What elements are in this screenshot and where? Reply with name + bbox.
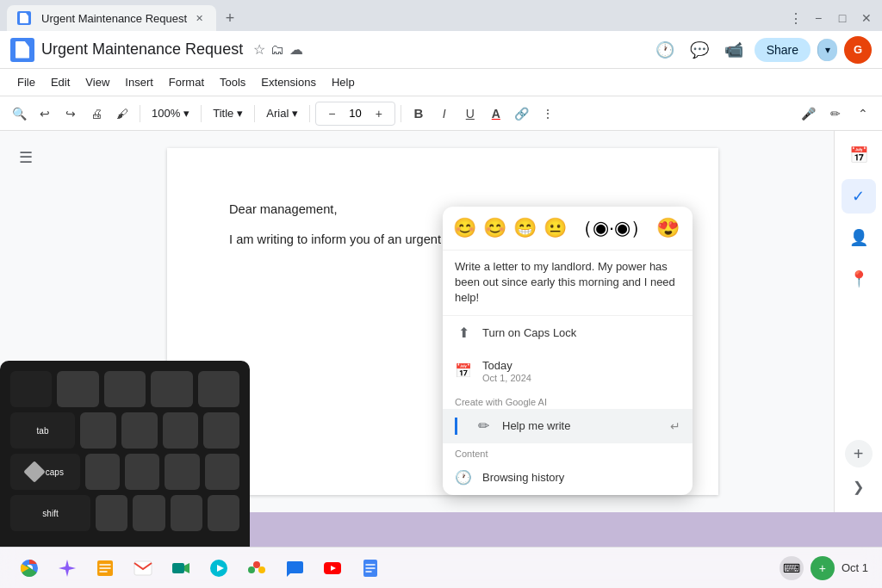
sidebar-maps-icon[interactable]: 📍 <box>842 262 876 296</box>
share-dropdown-button[interactable]: ▾ <box>817 39 837 61</box>
kb-key-blank1[interactable] <box>10 371 52 407</box>
taskbar-photos[interactable] <box>241 553 272 584</box>
menu-bar: File Edit View Insert Format Tools Exten… <box>0 69 882 96</box>
help-me-write-item[interactable]: ✏ Help me write ↵ <box>443 409 693 443</box>
font-size-increase[interactable]: + <box>367 102 391 126</box>
folder-icon[interactable]: 🗂 <box>270 42 284 58</box>
sidebar-calendar-icon[interactable]: 📅 <box>842 138 876 172</box>
new-tab-button[interactable]: + <box>220 8 240 28</box>
font-size-decrease[interactable]: − <box>320 102 344 126</box>
print-button[interactable]: 🖨 <box>84 102 109 126</box>
today-date-item[interactable]: 📅 Today Oct 1, 2024 <box>443 350 693 392</box>
more-button[interactable]: ⋮ <box>536 102 560 126</box>
comment-button[interactable]: 💬 <box>686 36 713 64</box>
history-button[interactable]: 🕐 <box>651 36 679 64</box>
sidebar-add-button[interactable]: + <box>845 440 873 467</box>
caps-lock-key[interactable]: caps <box>10 454 80 490</box>
cloud-icon[interactable]: ☁ <box>289 41 303 58</box>
taskbar-youtube[interactable] <box>317 553 348 584</box>
menu-tools[interactable]: Tools <box>213 72 252 92</box>
underline-button[interactable]: U <box>458 102 482 126</box>
kb-key-blank2[interactable] <box>57 371 98 407</box>
undo-button[interactable]: ↩ <box>33 102 57 126</box>
zoom-dropdown[interactable]: 100% ▾ <box>146 102 196 126</box>
user-avatar[interactable]: G <box>844 36 872 64</box>
menu-view[interactable]: View <box>78 72 116 92</box>
sidebar-contacts-icon[interactable]: 👤 <box>842 220 876 255</box>
browsing-history-item[interactable]: 🕐 Browsing history <box>443 461 693 495</box>
kb-key-f[interactable] <box>205 454 239 490</box>
kb-key-w[interactable] <box>121 412 158 449</box>
font-size-value[interactable]: 10 <box>345 107 364 120</box>
sidebar-expand-button[interactable]: ❯ <box>847 474 871 498</box>
style-dropdown[interactable]: Title ▾ <box>207 102 249 126</box>
caps-lock-item[interactable]: ⬆ Turn on Caps Lock <box>443 316 693 350</box>
kb-key-blank3[interactable] <box>104 371 146 407</box>
text-color-button[interactable]: A <box>484 102 508 126</box>
kb-key-c[interactable] <box>171 495 202 531</box>
voice-button[interactable]: 🎤 <box>796 102 820 126</box>
taskbar-messages[interactable] <box>279 553 310 584</box>
zoom-value: 100% <box>152 107 180 120</box>
search-toolbar-button[interactable]: 🔍 <box>7 102 31 126</box>
taskbar-play[interactable] <box>203 553 234 584</box>
kb-key-v[interactable] <box>208 495 239 531</box>
outline-button[interactable]: ☰ <box>19 148 33 167</box>
menu-file[interactable]: File <box>10 72 42 92</box>
menu-help[interactable]: Help <box>325 72 362 92</box>
tab-close-button[interactable]: ✕ <box>192 11 206 25</box>
kb-key-e[interactable] <box>163 412 199 449</box>
paint-format-button[interactable]: 🖌 <box>110 102 134 126</box>
emoji-2[interactable]: 😊 <box>483 217 506 239</box>
menu-extensions[interactable]: Extensions <box>254 72 323 92</box>
taskbar-files[interactable] <box>90 553 121 584</box>
kb-key-d[interactable] <box>165 454 199 490</box>
italic-button[interactable]: I <box>432 102 457 126</box>
bold-button[interactable]: B <box>407 102 431 126</box>
taskbar-chrome[interactable] <box>14 553 45 584</box>
active-tab[interactable]: Urgent Maintenance Request ✕ <box>7 5 216 31</box>
kb-key-x[interactable] <box>133 495 165 531</box>
caps-key-label: caps <box>46 467 64 477</box>
smart-compose-button[interactable]: ✏ <box>823 102 848 126</box>
emoji-1[interactable]: 😊 <box>453 217 476 239</box>
shift-key[interactable]: shift <box>10 495 90 531</box>
menu-edit[interactable]: Edit <box>44 72 77 92</box>
keyboard-toggle-icon[interactable]: ⌨ <box>780 556 804 580</box>
taskbar-meet[interactable] <box>165 553 196 584</box>
kb-key-q[interactable] <box>80 412 116 449</box>
kb-key-r[interactable] <box>203 412 239 449</box>
meet-button[interactable]: 📹 <box>720 36 748 64</box>
add-taskbar-icon[interactable]: + <box>811 556 835 580</box>
font-dropdown[interactable]: Arial ▾ <box>260 102 304 126</box>
minimize-button[interactable]: − <box>810 9 827 27</box>
close-button[interactable]: ✕ <box>858 9 875 27</box>
emoji-4[interactable]: 😐 <box>543 217 567 239</box>
kb-key-a[interactable] <box>85 454 120 490</box>
tab-key[interactable]: tab <box>10 412 75 449</box>
menu-insert[interactable]: Insert <box>118 72 160 92</box>
emoji-kaomoji[interactable]: （◉∙◉） <box>574 215 649 241</box>
emoji-3[interactable]: 😁 <box>513 217 537 239</box>
kb-key-blank4[interactable] <box>151 371 192 407</box>
browser-menu-button[interactable]: ⋮ <box>789 10 803 27</box>
link-button[interactable]: 🔗 <box>510 102 534 126</box>
taskbar-gemini[interactable] <box>52 553 83 584</box>
taskbar-docs[interactable] <box>355 553 386 584</box>
redo-button[interactable]: ↪ <box>59 102 83 126</box>
maximize-button[interactable]: □ <box>834 9 851 27</box>
menu-format[interactable]: Format <box>162 72 211 92</box>
star-icon[interactable]: ☆ <box>253 41 265 58</box>
autocomplete-input-text[interactable]: Write a letter to my landlord. My power … <box>443 251 693 316</box>
emoji-5[interactable]: 😍 <box>656 217 680 239</box>
zoom-arrow-icon: ▾ <box>183 107 189 120</box>
svg-rect-4 <box>172 563 184 573</box>
collapse-toolbar-button[interactable]: ⌃ <box>851 102 875 126</box>
share-button[interactable]: Share <box>755 38 811 62</box>
kb-key-s[interactable] <box>125 454 159 490</box>
sidebar-tasks-icon[interactable]: ✓ <box>842 179 876 214</box>
taskbar-gmail[interactable] <box>127 553 158 584</box>
kb-key-z[interactable] <box>96 495 127 531</box>
kb-key-blank5[interactable] <box>198 371 239 407</box>
ai-section-label: Create with Google AI <box>443 392 693 409</box>
